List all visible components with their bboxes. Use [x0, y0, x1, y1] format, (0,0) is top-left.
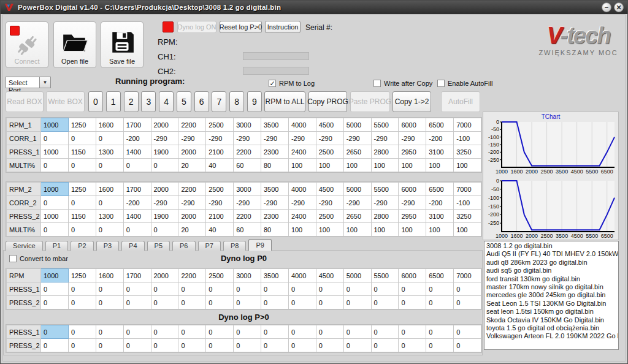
- rpm-to-all-button[interactable]: RPM to ALL: [264, 91, 305, 112]
- ch1-field[interactable]: [243, 52, 309, 60]
- table-cell[interactable]: 0: [96, 282, 123, 296]
- table-cell[interactable]: 100: [316, 159, 343, 172]
- table-cell[interactable]: -200: [426, 196, 454, 210]
- table-cell[interactable]: 100: [426, 159, 454, 172]
- tab-p4[interactable]: P4: [121, 241, 144, 251]
- file-list-item[interactable]: Audi Q5 II (FY FL) 40 TDI MHEV 2.0 150kW…: [486, 250, 618, 258]
- table-cell[interactable]: 0: [96, 339, 123, 352]
- table-cell[interactable]: 1000: [41, 269, 69, 282]
- table-cell[interactable]: 0: [41, 282, 69, 296]
- table-cell[interactable]: 0: [371, 325, 399, 339]
- instruction-button[interactable]: Instruction: [265, 21, 301, 33]
- table-cell[interactable]: 1600: [96, 269, 123, 282]
- file-list-item[interactable]: Volkswagen Arteon FL 2.0 190KM 2022 Go D…: [486, 332, 618, 340]
- table-cell[interactable]: -290: [234, 196, 261, 210]
- table-cell[interactable]: -290: [206, 196, 234, 210]
- tab-p7[interactable]: P7: [198, 241, 221, 251]
- table-cell[interactable]: 0: [426, 282, 454, 296]
- table-cell[interactable]: -290: [206, 132, 234, 145]
- table-cell[interactable]: 1000: [41, 118, 69, 132]
- table-cell[interactable]: 60: [234, 223, 261, 237]
- table-cell[interactable]: 7000: [454, 183, 481, 196]
- table-cell[interactable]: 0: [371, 282, 399, 296]
- table-cell[interactable]: 4500: [316, 269, 343, 282]
- table-cell[interactable]: -290: [316, 196, 343, 210]
- digit-button-4[interactable]: 4: [159, 91, 174, 112]
- close-button[interactable]: ✕: [614, 2, 624, 12]
- table-cell[interactable]: 100: [343, 223, 371, 237]
- table-cell[interactable]: 0: [206, 282, 234, 296]
- paste-prog-button[interactable]: Paste PROG: [350, 91, 390, 112]
- table-cell[interactable]: 1700: [123, 183, 151, 196]
- table-cell[interactable]: 0: [96, 296, 123, 309]
- file-list-item[interactable]: mercedes gle 300d 245km go digital.bin: [486, 291, 618, 299]
- table-cell[interactable]: 0: [123, 325, 151, 339]
- table-cell[interactable]: 3100: [426, 210, 454, 223]
- table-cell[interactable]: 0: [316, 296, 343, 309]
- table-cell[interactable]: 5000: [343, 269, 371, 282]
- table-cell[interactable]: -290: [399, 132, 426, 145]
- table-cell[interactable]: 0: [96, 159, 123, 172]
- digit-button-3[interactable]: 3: [141, 91, 156, 112]
- table-cell[interactable]: 2650: [343, 210, 371, 223]
- table-cell[interactable]: 3500: [261, 118, 289, 132]
- table-cell[interactable]: 2400: [288, 210, 316, 223]
- table-cell[interactable]: 0: [178, 282, 206, 296]
- table-cell[interactable]: 40: [206, 159, 234, 172]
- file-list-item[interactable]: seat leon 1.5tsi 150km go digital.bin: [486, 308, 618, 316]
- table-cell[interactable]: 2000: [178, 210, 206, 223]
- table-cell[interactable]: -290: [288, 196, 316, 210]
- table-cell[interactable]: 0: [151, 296, 178, 309]
- table-cell[interactable]: 100: [371, 159, 399, 172]
- table-cell[interactable]: 0: [426, 339, 454, 352]
- table-cell[interactable]: 0: [399, 282, 426, 296]
- table-cell[interactable]: 4000: [288, 269, 316, 282]
- table-cell[interactable]: 0: [454, 296, 481, 309]
- table-cell[interactable]: 0: [68, 196, 96, 210]
- table-cell[interactable]: 0: [261, 296, 289, 309]
- table-cell[interactable]: 1700: [123, 118, 151, 132]
- table-cell[interactable]: 4000: [288, 183, 316, 196]
- table-cell[interactable]: 1250: [68, 118, 96, 132]
- minimize-button[interactable]: −: [602, 2, 611, 12]
- table-cell[interactable]: 2500: [316, 210, 343, 223]
- table-cell[interactable]: 2500: [206, 269, 234, 282]
- table-cell[interactable]: 80: [261, 159, 289, 172]
- enable-autofill-checkbox[interactable]: [437, 80, 445, 87]
- tab-p2[interactable]: P2: [71, 241, 93, 251]
- table-cell[interactable]: 0: [41, 196, 69, 210]
- table-cell[interactable]: 1300: [96, 145, 123, 159]
- table-cell[interactable]: 0: [206, 296, 234, 309]
- table-cell[interactable]: 1400: [123, 145, 151, 159]
- file-list-item[interactable]: Seat Leon 1.5 TSI 130KM Go Digital.bin: [486, 300, 618, 308]
- table-cell[interactable]: 3100: [426, 145, 454, 159]
- table-cell[interactable]: 60: [234, 159, 261, 172]
- table-cell[interactable]: 0: [454, 339, 481, 352]
- table-cell[interactable]: 0: [234, 325, 261, 339]
- table-cell[interactable]: 2100: [206, 210, 234, 223]
- digit-button-6[interactable]: 6: [194, 91, 209, 112]
- table-cell[interactable]: 20: [178, 223, 206, 237]
- table-cell[interactable]: 2200: [234, 210, 261, 223]
- table-cell[interactable]: 0: [343, 282, 371, 296]
- table-cell[interactable]: 0: [234, 339, 261, 352]
- table-cell[interactable]: -290: [261, 132, 289, 145]
- table-cell[interactable]: 0: [288, 296, 316, 309]
- table-cell[interactable]: 0: [41, 159, 69, 172]
- table-cell[interactable]: 0: [206, 325, 234, 339]
- table-cell[interactable]: 100: [399, 223, 426, 237]
- table-cell[interactable]: -100: [454, 132, 481, 145]
- table-cell[interactable]: -290: [151, 196, 178, 210]
- table-cell[interactable]: 5000: [343, 118, 371, 132]
- digit-button-5[interactable]: 5: [177, 91, 191, 112]
- table-cell[interactable]: -290: [178, 132, 206, 145]
- copy-prog-button[interactable]: Copy PROG: [308, 91, 347, 112]
- table-cell[interactable]: 0: [316, 282, 343, 296]
- table-cell[interactable]: 0: [288, 325, 316, 339]
- table-cell[interactable]: 1000: [41, 145, 69, 159]
- rpm-to-log-checkbox[interactable]: ✓: [269, 80, 276, 87]
- table-cell[interactable]: 0: [68, 282, 96, 296]
- dyno-log-on-button[interactable]: Dyno log ON: [177, 21, 216, 33]
- table-cell[interactable]: -290: [151, 132, 178, 145]
- table-cell[interactable]: 0: [288, 339, 316, 352]
